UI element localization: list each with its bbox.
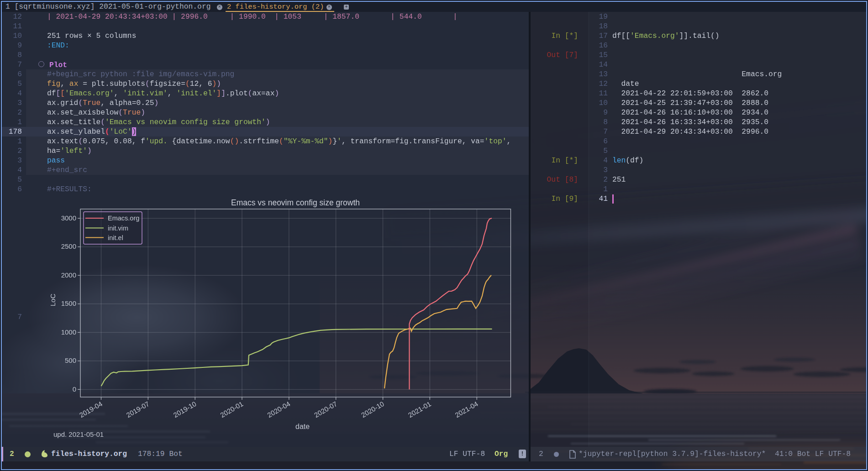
svg-text:2019-04: 2019-04: [78, 400, 104, 419]
svg-text:Emacs vs neovim config size gr: Emacs vs neovim config size growth: [231, 198, 360, 207]
svg-text:LoC: LoC: [49, 293, 57, 306]
svg-text:upd. 2021-05-01: upd. 2021-05-01: [53, 430, 104, 438]
svg-text:2021-01: 2021-01: [407, 400, 432, 419]
svg-text:2019-07: 2019-07: [125, 400, 151, 419]
svg-text:2020-07: 2020-07: [313, 400, 338, 419]
svg-text:3000: 3000: [61, 214, 76, 222]
svg-text:date: date: [295, 423, 310, 430]
svg-text:2000: 2000: [61, 271, 76, 279]
svg-text:2020-01: 2020-01: [219, 400, 244, 419]
svg-text:1000: 1000: [61, 328, 76, 336]
svg-text:1500: 1500: [61, 299, 76, 307]
svg-text:Emacs.org: Emacs.org: [108, 215, 139, 222]
svg-text:2500: 2500: [61, 242, 76, 250]
svg-text:init.el: init.el: [108, 234, 123, 241]
svg-text:2020-10: 2020-10: [360, 400, 385, 419]
svg-text:0: 0: [73, 385, 76, 393]
svg-text:500: 500: [65, 356, 76, 364]
svg-text:init.vim: init.vim: [108, 225, 128, 232]
svg-text:2019-10: 2019-10: [172, 400, 198, 419]
svg-text:2021-04: 2021-04: [454, 400, 479, 419]
svg-text:2020-04: 2020-04: [266, 400, 291, 419]
